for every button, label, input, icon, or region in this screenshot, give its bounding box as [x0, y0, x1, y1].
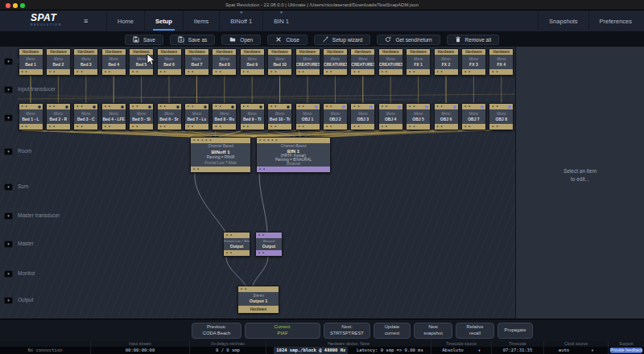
- source-node-obj-7[interactable]: ● ● MonoOBJ 7 ● ●: [461, 103, 486, 130]
- master-node-binaural[interactable]: ● ● BinauralOutput ● ●: [255, 232, 283, 257]
- snapshot-relative-recall-button[interactable]: Relativerecall: [456, 323, 494, 339]
- source-node-bed-1-l[interactable]: ● ● MonoBed 1 - L ● ●: [19, 103, 43, 130]
- save-as-button[interactable]: Save as: [170, 35, 216, 45]
- source-node-bed-8-rs[interactable]: ● ● MonoBed 8 - Rs ● ●: [212, 103, 237, 130]
- output-node-output-1[interactable]: ● ● StereoOutput 1 Hardware: [237, 286, 279, 314]
- spat-logo: SPAT REVOLUTION: [31, 13, 79, 27]
- source-node-bed-2-r[interactable]: ● ● MonoBed 2 - R ● ●: [46, 103, 71, 130]
- input-node-bed-2[interactable]: Hardware MonoBed 2 ● ●: [46, 48, 71, 76]
- nav-item-snapshots[interactable]: Snapshots: [538, 10, 588, 32]
- input-node-creatures-4[interactable]: Hardware MonoCREATURES 4 ● ●: [378, 48, 403, 76]
- input-node-fx-4[interactable]: Hardware MonoFX 4 ● ●: [489, 48, 514, 76]
- input-ports: ● ●: [437, 104, 444, 109]
- chevron-down-icon: ▼: [478, 347, 480, 354]
- tab-bin-1[interactable]: ▼BIN 1: [262, 10, 299, 32]
- node-header: Hardware: [158, 49, 181, 55]
- room-node-binoff-1[interactable]: ● ● ● ● ● Channel Based BINoff 1 Panning…: [190, 137, 251, 173]
- menu-icon[interactable]: ≡: [84, 17, 88, 25]
- timecode-source-dropdown[interactable]: Absolute ▼: [431, 347, 491, 354]
- master-node-frontal-low-7-wide[interactable]: ● ● Frontal Low 7 WideOutput ● ●: [223, 232, 250, 257]
- output-ports: ● ●: [188, 69, 194, 75]
- snapshot-current-piaf-button[interactable]: Current:PIAF: [245, 323, 320, 339]
- source-node-bed-5-sl[interactable]: ● ● MonoBed 5 - Sl ● ●: [129, 103, 154, 130]
- input-node-creatures-1[interactable]: Hardware MonoCREATURES 1 ● ●: [295, 48, 320, 76]
- block-size-value: 1024 smp./block @ 48000 Hz: [274, 347, 348, 354]
- output-ports: ● ●: [160, 69, 167, 75]
- node-header: Hardware: [102, 49, 126, 55]
- input-ports: ● ●: [326, 104, 332, 109]
- input-node-bed-7[interactable]: Hardware MonoBed 7 ● ●: [184, 48, 209, 76]
- input-node-bed-3[interactable]: Hardware MonoBed 3 ● ●: [73, 48, 98, 76]
- source-node-obj-2[interactable]: ● ● MonoOBJ 2 ● ●: [323, 103, 348, 130]
- input-node-bed-10[interactable]: Hardware MonoBed 10 ● ●: [267, 48, 292, 76]
- snapshot-update-current-button[interactable]: Updatecurrent: [374, 323, 411, 339]
- tab-setup[interactable]: Setup: [144, 10, 183, 32]
- output-ports: ● ●: [382, 124, 388, 130]
- close-button[interactable]: Close: [267, 35, 308, 45]
- empty-selection-message: Select an item to edit...: [516, 167, 644, 183]
- window-controls[interactable]: [6, 3, 25, 8]
- input-ports: ● ●: [299, 104, 305, 109]
- source-node-bed-3-c[interactable]: ● ● MonoBed 3 - C ● ●: [73, 103, 98, 130]
- source-node-obj-4[interactable]: ● ● MonoOBJ 4 ● ●: [378, 103, 403, 130]
- source-node-obj-1[interactable]: ● ● MonoOBJ 1 ● ●: [295, 103, 320, 130]
- open-button[interactable]: Open: [221, 35, 261, 45]
- output-ports: ● ●: [188, 124, 194, 130]
- close-window-button[interactable]: [6, 3, 10, 8]
- source-node-obj-6[interactable]: ● ● MonoOBJ 6 ● ●: [434, 103, 459, 130]
- input-node-creatures-2[interactable]: Hardware MonoCREATURES 2 ● ●: [323, 48, 348, 76]
- node-header: Hardware: [213, 49, 236, 55]
- snapshot-next-strtsptrest-button[interactable]: Next:STRTSPTREST: [324, 323, 370, 339]
- input-node-bed-4[interactable]: Hardware MonoBed 4 ● ●: [101, 48, 126, 76]
- output-ports: ● ●: [49, 69, 56, 75]
- status-bar: No connection Input stream 00:00:00:00 I…: [0, 341, 644, 354]
- provide-feedback-button[interactable]: Provide feedback: [610, 348, 642, 353]
- tab-items[interactable]: Items: [183, 10, 219, 32]
- node-graph-canvas[interactable]: ▾Input▾Input transducer▾Source▾Room▾Sum▾…: [0, 47, 515, 319]
- output-ports: ● ●: [132, 69, 138, 75]
- nav-item-preferences[interactable]: Preferences: [588, 10, 642, 32]
- timecode-source-section: Timecode source Absolute ▼: [431, 341, 491, 354]
- source-node-bed-7-ls[interactable]: ● ● MonoBed 7 - Ls ● ●: [184, 103, 209, 130]
- tab-home[interactable]: Home: [106, 10, 144, 32]
- input-node-bed-1[interactable]: Hardware MonoBed 1 ● ●: [19, 48, 43, 76]
- timecode-value: 07:27:31:35: [492, 347, 543, 354]
- snapshot-new-snapshot-button[interactable]: Newsnapshot: [414, 323, 452, 339]
- clock-source-dropdown[interactable]: auto ▼: [544, 347, 608, 354]
- input-ports: ● ● ● ● ●: [193, 138, 212, 143]
- remove-all-button[interactable]: Remove all: [447, 35, 500, 45]
- output-ports: ● ●: [437, 69, 444, 75]
- input-node-bed-9[interactable]: Hardware MonoBed 9 ● ●: [240, 48, 265, 76]
- minimize-window-button[interactable]: [13, 3, 18, 8]
- save-button[interactable]: Save: [125, 35, 163, 45]
- node-header: Hardware: [407, 49, 430, 55]
- input-node-fx-1[interactable]: Hardware MonoFX 1 ● ●: [406, 48, 431, 76]
- room-node-bin-1[interactable]: ● ● ● ● ● Channel Based BIN 1 (HRTF: Kem…: [256, 137, 331, 173]
- snapshot-previous-coda-beach-button[interactable]: Previous:CODA Beach: [192, 323, 242, 339]
- output-ports: ● ●: [105, 69, 111, 75]
- source-node-bed-9-tl[interactable]: ● ● MonoBed 9 - Tl ● ●: [240, 103, 265, 130]
- source-node-bed-4-lfe[interactable]: ● ● MonoBed 4 - LFE ● ●: [101, 103, 126, 130]
- snapshot-propagate-button[interactable]: Propagate: [497, 323, 533, 339]
- bed-badge-icon: [287, 105, 290, 109]
- source-node-obj-5[interactable]: ● ● MonoOBJ 5 ● ●: [406, 103, 431, 130]
- source-node-bed-6-sr[interactable]: ● ● MonoBed 6 - Sr ● ●: [157, 103, 182, 130]
- bed-badge-icon: [259, 105, 262, 109]
- zoom-window-button[interactable]: [20, 3, 25, 8]
- output-ports: ● ●: [299, 124, 305, 130]
- input-node-fx-3[interactable]: Hardware MonoFX 3 ● ●: [461, 48, 486, 76]
- source-node-obj-3[interactable]: ● ● MonoOBJ 3 ● ●: [350, 103, 375, 130]
- input-node-fx-2[interactable]: Hardware MonoFX 2 ● ●: [434, 48, 459, 76]
- item-editor-panel: Select an item to edit...: [515, 47, 644, 319]
- tab-binoff-1[interactable]: ▼BINoff 1: [219, 10, 262, 32]
- source-node-obj-8[interactable]: ● ● MonoOBJ 8 ● ●: [489, 103, 514, 130]
- setup-wizard-button[interactable]: Setup wizard: [314, 35, 371, 45]
- input-node-creatures-3[interactable]: Hardware MonoCREATURES 3 ● ●: [350, 48, 375, 76]
- obj-badge-icon: [481, 105, 484, 109]
- output-ports: ● ●: [270, 69, 277, 75]
- input-node-bed-6[interactable]: Hardware MonoBed 6 ● ●: [157, 48, 182, 76]
- input-node-bed-8[interactable]: Hardware MonoBed 8 ● ●: [212, 48, 237, 76]
- get-send-return-button[interactable]: Get send/return: [377, 35, 440, 45]
- source-node-bed-10-tr[interactable]: ● ● MonoBed 10 - Tr ● ●: [267, 103, 292, 130]
- graph-nodes: Hardware MonoBed 1 ● ● Hardware MonoBed …: [0, 47, 515, 319]
